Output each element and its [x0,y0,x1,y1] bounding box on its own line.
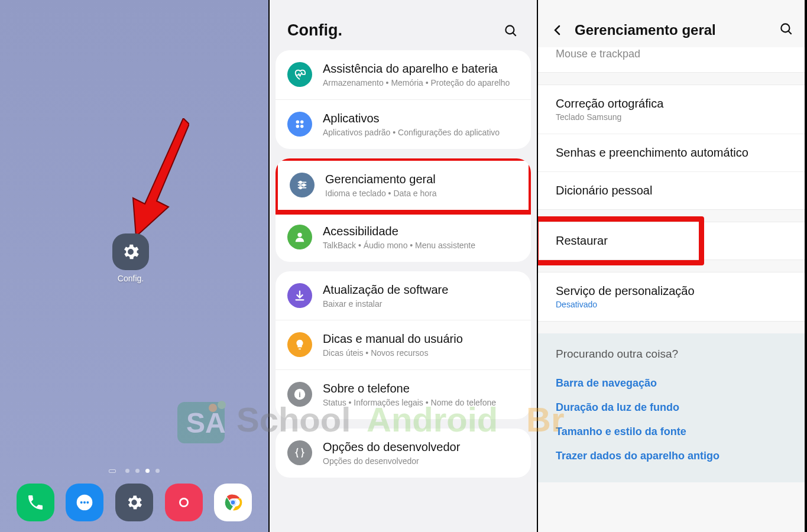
svg-point-17 [299,181,302,183]
settings-item-aplicativos[interactable]: AplicativosAplicativos padrão • Configur… [276,99,531,149]
gm-item-dicion-rio-pessoal[interactable]: Dicionário pessoal [538,171,805,209]
heartbeat-icon [287,62,312,87]
svg-text:i: i [299,390,301,399]
svg-point-6 [180,499,187,506]
gm-item-title: Mouse e trackpad [556,48,787,60]
gm-item-title: Correção ortográfica [556,97,787,111]
page-indicator[interactable] [109,469,160,473]
config-app-shortcut[interactable]: Config. [112,233,149,283]
dock-camera[interactable] [165,484,203,521]
gm-footer-link-tamanho-e-estilo-da-fonte[interactable]: Tamanho e estilo da fonte [556,420,787,444]
gm-item-title: Dicionário pessoal [556,184,787,197]
settings-item-gerenciamento-geral[interactable]: Gerenciamento geralIdioma e teclado • Da… [276,158,531,215]
gm-title: Gerenciamento geral [575,22,770,38]
svg-point-27 [781,24,789,32]
gear-icon [112,233,149,270]
gm-group: Serviço de personalizaçãoDesativado [538,272,805,322]
download-icon [287,283,312,308]
settings-item-assist-ncia-do-aparelho-e-bateria[interactable]: Assistência do aparelho e bateriaArmazen… [276,50,531,99]
item-subtitle: Dicas úteis • Novos recursos [323,348,519,359]
svg-line-28 [788,31,791,34]
general-management-screen: Gerenciamento geral Mouse e trackpadCorr… [538,0,806,532]
svg-point-21 [299,187,302,189]
dock [0,484,268,526]
bulb-icon [287,332,312,357]
gm-item-restaurar[interactable]: Restaurar [538,222,805,259]
gm-item-senhas-e-preenchimento-autom-tico[interactable]: Senhas e preenchimento automático [538,134,805,171]
item-title: Aplicativos [323,111,519,126]
item-subtitle: Armazenamento • Memória • Proteção do ap… [323,77,519,89]
settings-item-op-es-do-desenvolvedor[interactable]: Opções do desenvolvedorOpções do desenvo… [276,429,531,478]
settings-item-dicas-e-manual-do-usu-rio[interactable]: Dicas e manual do usuárioDicas úteis • N… [276,320,531,369]
gm-group: Correção ortográficaTeclado SamsungSenha… [538,85,805,210]
settings-item-atualiza-o-de-software[interactable]: Atualização de softwareBaixar e instalar [276,271,531,320]
svg-point-10 [505,25,514,34]
svg-point-3 [83,501,86,504]
settings-group: Opções do desenvolvedorOpções do desenvo… [276,429,531,478]
dock-phone[interactable] [17,484,54,521]
config-app-label: Config. [118,274,144,283]
svg-point-15 [300,125,304,128]
gm-item-corre-o-ortogr-fica[interactable]: Correção ortográficaTeclado Samsung [538,85,805,134]
settings-group: Assistência do aparelho e bateriaArmazen… [276,50,531,149]
item-title: Dicas e manual do usuário [323,331,519,346]
item-title: Gerenciamento geral [325,171,517,187]
gm-item-subtitle: Teclado Samsung [556,112,787,122]
item-subtitle: TalkBack • Áudio mono • Menu assistente [323,240,519,251]
settings-list[interactable]: Assistência do aparelho e bateriaArmazen… [270,50,537,532]
person-icon [287,225,312,249]
svg-point-22 [297,232,302,236]
settings-screen: Config. Assistência do aparelho e bateri… [270,0,538,532]
search-button[interactable] [503,22,519,39]
gm-item-title: Restaurar [556,234,787,248]
svg-point-4 [87,501,89,504]
item-title: Opções do desenvolvedor [323,439,519,455]
search-button[interactable] [779,21,794,39]
gm-footer-link-dura-o-da-luz-de-fundo[interactable]: Duração da luz de fundo [556,395,787,420]
settings-item-sobre-o-telefone[interactable]: iSobre o telefoneStatus • Informações le… [276,369,531,419]
settings-header: Config. [270,0,537,50]
item-subtitle: Idioma e teclado • Data e hora [325,188,517,199]
gm-item-servi-o-de-personaliza-o[interactable]: Serviço de personalizaçãoDesativado [538,273,805,321]
dock-messages[interactable] [66,484,103,521]
settings-group: Atualização de softwareBaixar e instalar… [276,271,531,420]
item-title: Atualização de software [323,282,519,297]
item-subtitle: Status • Informações legais • Nome do te… [323,397,519,408]
gm-header: Gerenciamento geral [538,0,805,47]
sliders-icon [290,173,315,197]
svg-line-11 [513,33,516,35]
item-title: Acessibilidade [323,223,519,239]
annotation-arrow [118,118,189,236]
settings-item-acessibilidade[interactable]: AcessibilidadeTalkBack • Áudio mono • Me… [276,212,531,262]
gm-group: Restaurar [538,222,805,260]
gm-list[interactable]: Mouse e trackpadCorreção ortográficaTecl… [538,47,805,532]
item-subtitle: Aplicativos padrão • Configurações do ap… [323,127,519,138]
info-icon: i [287,382,312,407]
dock-settings[interactable] [115,484,153,521]
svg-marker-0 [133,118,189,236]
grid4-icon [287,112,312,137]
gm-footer: Procurando outra coisa?Barra de navegaçã… [538,333,805,482]
svg-point-13 [300,120,304,124]
home-screen: Config. [0,0,270,532]
svg-point-12 [296,120,300,124]
gm-item-title: Serviço de personalização [556,284,787,298]
gm-footer-link-trazer-dados-do-aparelho-antigo[interactable]: Trazer dados do aparelho antigo [556,444,787,468]
gm-item-title: Senhas e preenchimento automático [556,146,787,160]
gm-footer-link-barra-de-navega-o[interactable]: Barra de navegação [556,371,787,395]
gm-item-mouse-trackpad[interactable]: Mouse e trackpad [538,47,805,72]
item-subtitle: Opções do desenvolvedor [323,456,519,467]
svg-point-19 [303,184,305,186]
svg-point-9 [231,500,236,505]
svg-point-2 [80,501,83,504]
gm-footer-heading: Procurando outra coisa? [556,348,787,361]
dock-chrome[interactable] [214,484,252,521]
item-subtitle: Baixar e instalar [323,299,519,310]
braces-icon [287,440,312,465]
item-title: Sobre o telefone [323,381,519,396]
item-title: Assistência do aparelho e bateria [323,61,519,76]
back-button[interactable] [549,21,566,39]
svg-point-14 [296,125,300,128]
settings-group: Gerenciamento geralIdioma e teclado • Da… [276,158,531,262]
gm-item-subtitle: Desativado [556,300,787,309]
